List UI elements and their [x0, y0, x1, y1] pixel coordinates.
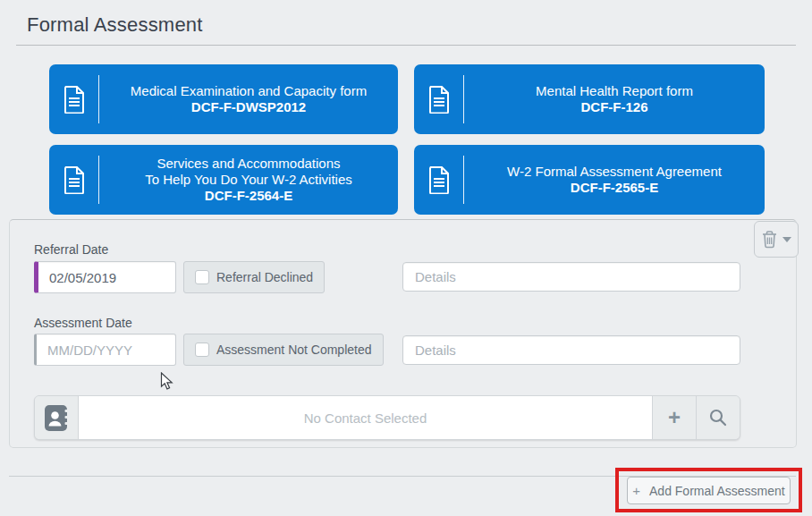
form-title: Services and Accommodations [106, 156, 391, 172]
form-button-text: Medical Examination and Capacity form DC… [99, 83, 398, 115]
search-contact-button[interactable] [696, 396, 740, 439]
search-icon [708, 408, 728, 427]
form-button-text: Services and Accommodations To Help You … [99, 156, 398, 204]
add-formal-assessment-label: Add Formal Assessment [649, 484, 785, 498]
plus-icon: + [668, 407, 681, 428]
title-divider [16, 45, 796, 46]
add-contact-button[interactable]: + [652, 396, 696, 439]
form-code: DCF-F-2564-E [106, 188, 391, 204]
form-title: Mental Health Report form [471, 83, 757, 99]
contact-selector-group: + [34, 395, 740, 440]
form-title: W-2 Formal Assessment Agreement [471, 164, 757, 180]
assessment-date-label: Assessment Date [34, 316, 132, 330]
form-button-text: W-2 Formal Assessment Agreement DCF-F-25… [464, 164, 765, 196]
form-button-medical-examination[interactable]: Medical Examination and Capacity form DC… [49, 64, 398, 134]
delete-assessment-dropdown[interactable] [754, 221, 799, 258]
form-code: DCF-F-DWSP2012 [106, 99, 391, 115]
form-button-text: Mental Health Report form DCF-F-126 [464, 83, 765, 115]
referral-date-input[interactable] [34, 261, 176, 293]
contact-search-input[interactable] [79, 396, 652, 439]
document-icon [414, 165, 463, 194]
referral-date-label: Referral Date [34, 242, 108, 257]
page-title: Formal Assessment [27, 13, 203, 37]
assessment-details-input[interactable] [402, 335, 740, 365]
assessment-not-completed-checkbox-group[interactable]: Assessment Not Completed [183, 334, 384, 366]
form-title-line2: To Help You Do Your W-2 Activities [106, 172, 391, 188]
referral-declined-checkbox[interactable] [195, 270, 209, 284]
referral-declined-label: Referral Declined [216, 270, 313, 284]
formal-assessment-page: Formal Assessment Medical Examination an… [0, 0, 812, 516]
assessment-not-completed-label: Assessment Not Completed [216, 343, 372, 357]
form-code: DCF-F-2565-E [471, 180, 757, 196]
caret-down-icon [782, 237, 791, 242]
assessment-date-input[interactable] [34, 334, 176, 366]
referral-declined-checkbox-group[interactable]: Referral Declined [183, 261, 325, 293]
contact-book-icon [35, 396, 79, 439]
assessment-not-completed-checkbox[interactable] [195, 343, 209, 357]
form-button-w2-assessment-agreement[interactable]: W-2 Formal Assessment Agreement DCF-F-25… [414, 145, 765, 215]
referral-details-input[interactable] [402, 262, 740, 292]
document-icon [49, 165, 98, 194]
trash-icon [761, 230, 778, 249]
form-title: Medical Examination and Capacity form [106, 83, 391, 99]
add-formal-assessment-button[interactable]: + Add Formal Assessment [627, 477, 791, 504]
form-button-services-accommodations[interactable]: Services and Accommodations To Help You … [49, 145, 398, 215]
form-button-mental-health[interactable]: Mental Health Report form DCF-F-126 [414, 64, 765, 134]
form-code: DCF-F-126 [471, 99, 757, 115]
document-icon [49, 85, 98, 114]
plus-icon: + [632, 483, 640, 498]
document-icon [414, 85, 463, 114]
